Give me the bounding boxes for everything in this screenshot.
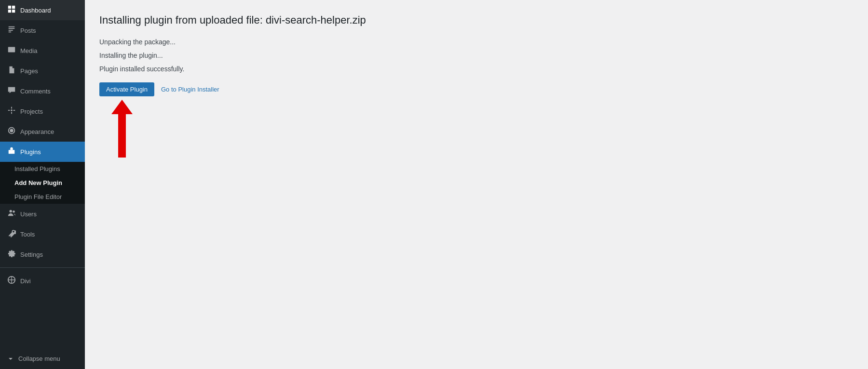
sidebar-item-pages[interactable]: Pages xyxy=(0,61,85,81)
message-installing: Installing the plugin... xyxy=(99,52,854,59)
sidebar-item-label-posts: Posts xyxy=(20,27,36,34)
posts-icon xyxy=(7,25,16,36)
message-unpacking: Unpacking the package... xyxy=(99,38,854,46)
svg-rect-2 xyxy=(8,10,11,13)
sidebar-item-label-plugins: Plugins xyxy=(20,148,41,156)
comments-icon xyxy=(7,86,16,96)
sidebar-item-tools[interactable]: Tools xyxy=(0,224,85,244)
collapse-icon xyxy=(7,354,14,363)
sidebar-item-label-comments: Comments xyxy=(20,88,51,95)
message-success: Plugin installed successfully. xyxy=(99,65,854,73)
sidebar-sub-plugin-file-editor[interactable]: Plugin File Editor xyxy=(0,190,85,204)
dashboard-icon xyxy=(7,5,16,15)
appearance-icon xyxy=(7,126,16,137)
divi-icon xyxy=(7,276,16,286)
sidebar-item-label-tools: Tools xyxy=(20,231,35,238)
sidebar-sub-installed-plugins[interactable]: Installed Plugins xyxy=(0,162,85,176)
svg-point-12 xyxy=(11,151,13,152)
svg-point-6 xyxy=(11,109,13,111)
red-arrow-indicator xyxy=(111,100,133,158)
plugins-icon xyxy=(7,146,16,157)
sidebar-item-label-projects: Projects xyxy=(20,108,43,115)
svg-rect-4 xyxy=(8,47,15,53)
sidebar-item-appearance[interactable]: Appearance xyxy=(0,121,85,142)
sidebar-item-label-divi: Divi xyxy=(20,277,31,285)
tools-icon xyxy=(7,229,16,239)
sidebar-item-comments[interactable]: Comments xyxy=(0,81,85,101)
collapse-menu-label: Collapse menu xyxy=(18,355,60,362)
sidebar-item-plugins[interactable]: Plugins xyxy=(0,142,85,162)
sidebar-item-label-settings: Settings xyxy=(20,251,43,258)
sidebar-item-dashboard[interactable]: Dashboard xyxy=(0,0,85,20)
goto-installer-link[interactable]: Go to Plugin Installer xyxy=(161,86,219,93)
sidebar-item-label-appearance: Appearance xyxy=(20,128,54,135)
svg-point-13 xyxy=(10,210,12,212)
collapse-menu-button[interactable]: Collapse menu xyxy=(0,348,85,369)
svg-rect-3 xyxy=(12,10,15,13)
sidebar-item-label-users: Users xyxy=(20,211,37,218)
sidebar: Dashboard Posts Media Pages Comments Pro… xyxy=(0,0,85,369)
arrow-shaft xyxy=(118,114,126,158)
sidebar-item-label-media: Media xyxy=(20,47,37,54)
sidebar-item-label-pages: Pages xyxy=(20,67,38,75)
arrow-head xyxy=(111,100,133,114)
activate-plugin-button[interactable]: Activate Plugin xyxy=(99,82,154,96)
sidebar-divider xyxy=(0,267,85,268)
svg-rect-1 xyxy=(12,6,15,9)
users-icon xyxy=(7,209,16,219)
sidebar-item-divi[interactable]: Divi xyxy=(0,271,85,291)
pages-icon xyxy=(7,66,16,76)
sidebar-item-settings[interactable]: Settings xyxy=(0,244,85,264)
main-content: Installing plugin from uploaded file: di… xyxy=(85,0,868,369)
sidebar-sub-add-new-plugin[interactable]: Add New Plugin xyxy=(0,176,85,190)
sidebar-item-label-dashboard: Dashboard xyxy=(20,7,51,14)
media-icon xyxy=(7,45,16,56)
sidebar-item-users[interactable]: Users xyxy=(0,204,85,224)
plugins-submenu: Installed Plugins Add New Plugin Plugin … xyxy=(0,162,85,204)
projects-icon xyxy=(7,106,16,117)
svg-rect-0 xyxy=(8,6,11,9)
svg-point-14 xyxy=(13,211,15,213)
sidebar-item-projects[interactable]: Projects xyxy=(0,101,85,121)
sidebar-item-media[interactable]: Media xyxy=(0,40,85,61)
actions-row: Activate Plugin Go to Plugin Installer xyxy=(99,82,854,96)
settings-icon xyxy=(7,249,16,260)
sidebar-item-posts[interactable]: Posts xyxy=(0,20,85,40)
page-title: Installing plugin from uploaded file: di… xyxy=(99,13,854,27)
